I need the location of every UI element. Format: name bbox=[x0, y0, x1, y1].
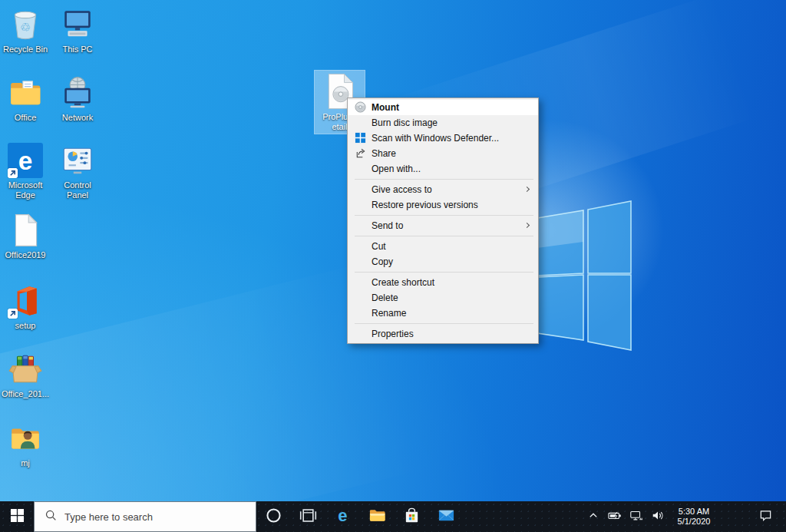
store-icon bbox=[403, 507, 421, 527]
office-setup-icon bbox=[7, 283, 44, 319]
edge-taskbar-icon: e bbox=[334, 507, 352, 527]
desktop-icon-label: Office bbox=[0, 113, 51, 123]
svg-text:e: e bbox=[18, 147, 33, 175]
desktop-icon-this-pc[interactable]: This PC bbox=[52, 6, 103, 55]
menu-item-send-to[interactable]: Send to bbox=[348, 218, 538, 233]
file-explorer-icon bbox=[368, 507, 386, 527]
tray-volume-button[interactable] bbox=[649, 501, 666, 532]
menu-separator bbox=[355, 272, 533, 273]
share-icon bbox=[355, 147, 366, 159]
taskbar-app-buttons: e bbox=[256, 501, 464, 532]
svg-text:e: e bbox=[338, 507, 347, 524]
search-icon bbox=[45, 509, 57, 524]
menu-item-restore-previous-versions[interactable]: Restore previous versions bbox=[348, 197, 538, 213]
windows-defender-icon bbox=[355, 132, 366, 144]
chevron-up-icon bbox=[586, 510, 600, 524]
menu-separator bbox=[355, 323, 533, 324]
desktop[interactable]: ♲Recycle BinThis PCOfficeNetworkeMicroso… bbox=[0, 0, 786, 501]
svg-text:♲: ♲ bbox=[20, 21, 31, 34]
action-center-icon bbox=[759, 509, 772, 525]
windows-10-screen: ♲Recycle BinThis PCOfficeNetworkeMicroso… bbox=[0, 0, 786, 532]
menu-item-label: Delete bbox=[372, 292, 398, 303]
menu-item-scan-with-windows-defender[interactable]: Scan with Windows Defender... bbox=[348, 131, 538, 146]
edge-icon: e bbox=[7, 142, 44, 179]
shortcut-arrow-icon bbox=[8, 309, 18, 319]
desktop-icon-label: This PC bbox=[52, 45, 103, 55]
volume-icon bbox=[651, 510, 665, 524]
desktop-icon-control-panel[interactable]: Control Panel bbox=[52, 142, 103, 200]
desktop-icon-label: Recycle Bin bbox=[0, 45, 51, 55]
desktop-icon-setup[interactable]: setup bbox=[0, 283, 51, 331]
submenu-arrow-icon bbox=[524, 187, 530, 192]
recycle-bin-icon: ♲ bbox=[7, 6, 44, 43]
menu-item-label: Copy bbox=[372, 256, 393, 267]
menu-item-label: Scan with Windows Defender... bbox=[372, 133, 499, 144]
menu-item-copy[interactable]: Copy bbox=[348, 254, 538, 269]
desktop-icon-office-201[interactable]: Office_201... bbox=[0, 351, 51, 399]
menu-item-label: Give access to bbox=[372, 184, 432, 195]
battery-icon bbox=[608, 510, 622, 524]
disc-icon bbox=[355, 101, 366, 113]
taskbar: e 5:30 AM 5/1/2020 bbox=[0, 501, 786, 532]
menu-item-label: Mount bbox=[372, 102, 399, 113]
taskbar-store-button[interactable] bbox=[395, 501, 429, 532]
desktop-icon-mj[interactable]: mj bbox=[0, 420, 51, 468]
taskbar-cortana-button[interactable] bbox=[256, 501, 291, 532]
menu-item-properties[interactable]: Properties bbox=[348, 326, 538, 342]
start-button[interactable] bbox=[0, 501, 34, 532]
menu-item-label: Burn disc image bbox=[372, 117, 438, 128]
desktop-icon-label: Network bbox=[52, 113, 103, 123]
clock-date: 5/1/2020 bbox=[671, 517, 717, 527]
windows-start-icon bbox=[11, 509, 24, 525]
taskbar-search[interactable] bbox=[34, 501, 256, 532]
taskbar-clock[interactable]: 5:30 AM 5/1/2020 bbox=[671, 507, 717, 527]
menu-item-label: Rename bbox=[372, 308, 406, 319]
menu-item-give-access-to[interactable]: Give access to bbox=[348, 182, 538, 197]
menu-separator bbox=[355, 236, 533, 236]
tray-battery-button[interactable] bbox=[606, 501, 623, 532]
system-tray bbox=[584, 501, 666, 532]
menu-item-label: Properties bbox=[372, 329, 414, 339]
desktop-icon-label: Control Panel bbox=[52, 180, 103, 200]
desktop-icon-network[interactable]: Network bbox=[52, 74, 103, 123]
taskbar-file-explorer-button[interactable] bbox=[360, 501, 395, 532]
taskbar-task-view-button[interactable] bbox=[291, 501, 325, 532]
menu-item-mount[interactable]: Mount bbox=[348, 100, 538, 115]
menu-item-label: Send to bbox=[372, 220, 403, 231]
shortcut-arrow-icon bbox=[8, 168, 18, 178]
control-panel-icon bbox=[59, 142, 96, 179]
desktop-icon-recycle-bin[interactable]: ♲Recycle Bin bbox=[0, 6, 51, 55]
menu-item-create-shortcut[interactable]: Create shortcut bbox=[348, 275, 538, 290]
document-icon bbox=[7, 212, 44, 249]
desktop-icon-microsoft-edge[interactable]: eMicrosoft Edge bbox=[0, 142, 51, 200]
action-center-button[interactable] bbox=[752, 501, 778, 532]
menu-item-delete[interactable]: Delete bbox=[348, 290, 538, 306]
menu-item-burn-disc-image[interactable]: Burn disc image bbox=[348, 115, 538, 131]
user-folder-icon bbox=[7, 420, 44, 457]
clock-time: 5:30 AM bbox=[671, 507, 717, 517]
taskbar-edge-taskbar-button[interactable]: e bbox=[325, 501, 360, 532]
menu-item-rename[interactable]: Rename bbox=[348, 306, 538, 321]
taskbar-mail-button[interactable] bbox=[429, 501, 464, 532]
menu-item-open-with[interactable]: Open with... bbox=[348, 161, 538, 177]
menu-item-label: Share bbox=[372, 148, 396, 159]
this-pc-icon bbox=[59, 6, 96, 43]
desktop-icon-office[interactable]: Office bbox=[0, 74, 51, 123]
menu-item-label: Restore previous versions bbox=[372, 200, 478, 210]
desktop-icon-office2019[interactable]: Office2019 bbox=[0, 212, 51, 260]
menu-item-cut[interactable]: Cut bbox=[348, 239, 538, 254]
search-input[interactable] bbox=[64, 511, 256, 523]
menu-item-share[interactable]: Share bbox=[348, 146, 538, 161]
taskbar-empty-area[interactable] bbox=[464, 501, 584, 532]
tray-chevron-up-button[interactable] bbox=[584, 501, 602, 532]
desktop-icon-label: Microsoft Edge bbox=[0, 180, 51, 200]
desktop-icon-label: mj bbox=[0, 458, 51, 468]
cortana-icon bbox=[265, 507, 282, 527]
network-icon bbox=[59, 74, 96, 111]
desktop-icon-label: setup bbox=[0, 321, 51, 331]
tray-network-tray-button[interactable] bbox=[627, 501, 645, 532]
menu-item-label: Create shortcut bbox=[372, 277, 434, 288]
menu-separator bbox=[355, 215, 533, 216]
wallpaper-windows-logo bbox=[531, 196, 639, 353]
task-view-icon bbox=[299, 507, 317, 527]
